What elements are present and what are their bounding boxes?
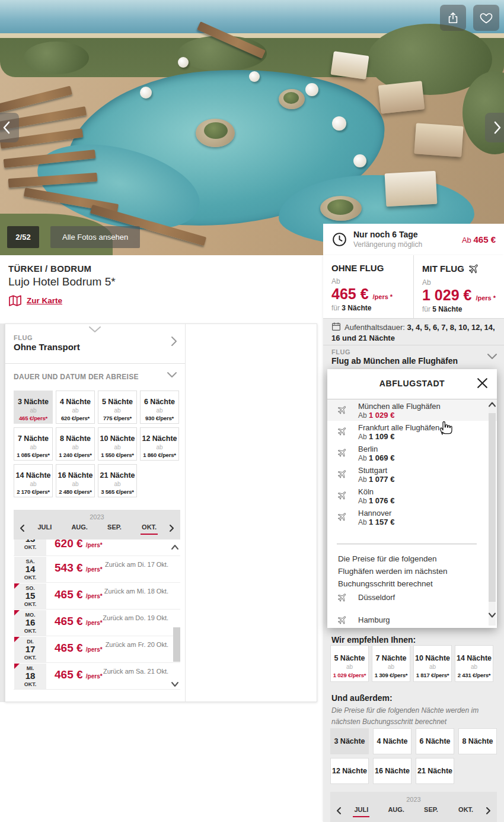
flight-selected-value[interactable]: Flug ab München alle Flughäfen bbox=[331, 356, 458, 366]
calendar-next-button[interactable] bbox=[167, 524, 177, 534]
urgency-price-value: 465 € bbox=[473, 234, 496, 245]
airport-row[interactable]: Köln Ab 1 076 € bbox=[327, 485, 497, 506]
night-option-button[interactable]: 4 Nächte ab 620 €/pers* bbox=[56, 391, 95, 424]
plane-icon bbox=[466, 261, 482, 277]
plane-icon bbox=[335, 612, 349, 627]
photo-counter: 2/52 bbox=[7, 226, 39, 248]
night-option-button[interactable]: 14 Nächte ab 2 170 €/pers* bbox=[14, 464, 53, 497]
recommend-option-button[interactable]: 10 Nächte ab 1 817 €/pers* bbox=[413, 645, 452, 682]
night-option-button[interactable]: 10 Nächte ab 1 550 €/pers* bbox=[98, 427, 137, 461]
date-row[interactable]: SO. 15 OKT. 465 € /pers* Zurück am Mi. 1… bbox=[14, 583, 180, 610]
month-tab-list: JULI AUG. SEP. OKT. bbox=[27, 523, 167, 535]
date-month: OKT. bbox=[14, 575, 46, 580]
calendar-year: 2023 bbox=[14, 510, 180, 521]
month-tab[interactable]: SEP. bbox=[97, 523, 132, 535]
calendar-icon bbox=[331, 322, 341, 331]
airport-row[interactable]: Hannover Ab 1 157 € bbox=[327, 506, 497, 528]
airport-row[interactable]: Frankfurt alle Flughäfen Ab 1 109 € bbox=[327, 421, 497, 442]
map-link-row: Zur Karte bbox=[8, 295, 62, 306]
urgency-price: Ab 465 € bbox=[462, 234, 496, 245]
scrollbar-thumb[interactable] bbox=[173, 627, 180, 662]
night-option-price: 2 480 €/pers* bbox=[56, 488, 94, 495]
additional-options: 3 Nächte 4 Nächte 6 Nächte 8 Nächte 12 N… bbox=[330, 728, 501, 784]
recommend-option-price: 2 431 €/pers* bbox=[455, 672, 493, 678]
calendar-next-button[interactable] bbox=[483, 807, 493, 817]
month-tab[interactable]: SEP. bbox=[414, 806, 449, 817]
night-option-price: 1 860 €/pers* bbox=[141, 452, 178, 458]
night-option-button[interactable]: 5 Nächte ab 775 €/pers* bbox=[98, 391, 137, 424]
modal-close-button[interactable] bbox=[476, 377, 489, 391]
additional-option-button[interactable]: 21 Nächte bbox=[416, 758, 454, 784]
month-tab[interactable]: AUG. bbox=[379, 806, 414, 817]
flight-section-label: FLUG bbox=[331, 348, 350, 356]
additional-option-button[interactable]: 16 Nächte bbox=[373, 758, 412, 784]
night-option-button[interactable]: 7 Nächte ab 1 085 €/pers* bbox=[14, 427, 53, 461]
night-option-button[interactable]: 8 Nächte ab 1 240 €/pers* bbox=[56, 427, 95, 461]
card-divider bbox=[185, 324, 186, 702]
airport-row[interactable]: Berlin Ab 1 069 € bbox=[327, 442, 497, 464]
transport-selected-value[interactable]: Ohne Transport bbox=[14, 342, 80, 352]
breadcrumb-location: TÜRKEI / BODRUM bbox=[8, 264, 91, 274]
month-tab-label: JULI bbox=[353, 806, 369, 817]
additional-option-button[interactable]: 8 Nächte bbox=[458, 728, 497, 754]
modal-scroll-up-button[interactable] bbox=[488, 401, 496, 410]
airport-price: Ab 1 157 € bbox=[358, 518, 394, 526]
photo-prev-button[interactable] bbox=[0, 113, 19, 142]
recommend-option-button[interactable]: 5 Nächte ab 1 029 €/pers* bbox=[330, 645, 369, 682]
month-tab[interactable]: AUG. bbox=[62, 523, 97, 535]
additional-option-button[interactable]: 12 Nächte bbox=[330, 758, 369, 784]
date-day: 18 bbox=[14, 671, 46, 681]
favorite-button[interactable] bbox=[473, 5, 499, 31]
recommend-option-price: 1 309 €/pers* bbox=[372, 672, 410, 678]
modal-note: Die Preise für die folgenden Flughäfen w… bbox=[338, 553, 472, 591]
all-photos-button[interactable]: Alle Fotos ansehen bbox=[50, 226, 140, 248]
night-option-button[interactable]: 21 Nächte ab 3 565 €/pers* bbox=[98, 464, 137, 497]
night-option-button[interactable]: 3 Nächte ab 465 €/pers* bbox=[14, 391, 53, 424]
airport-row[interactable]: Stuttgart Ab 1 077 € bbox=[327, 464, 497, 485]
date-row[interactable]: SA. 14 OKT. 543 € /pers* Zurück am Di. 1… bbox=[14, 556, 180, 583]
additional-option-button[interactable]: 4 Nächte bbox=[373, 728, 412, 754]
chevron-up-icon bbox=[488, 401, 496, 408]
photo-next-button[interactable] bbox=[485, 113, 504, 142]
date-row[interactable]: MI. 18 OKT. 465 € /pers* Zurück am Sa. 2… bbox=[14, 663, 180, 690]
date-row[interactable]: MO. 16 OKT. 465 € /pers* Zurück am Do. 1… bbox=[14, 610, 180, 636]
night-option-price: 1 550 €/pers* bbox=[98, 452, 136, 458]
airport-row-other[interactable]: Düsseldorf bbox=[337, 592, 395, 602]
date-row[interactable]: 13 OKT. 620 € /pers* bbox=[14, 539, 180, 556]
date-row[interactable]: DI. 17 OKT. 465 € /pers* Zurück am Fr. 2… bbox=[14, 636, 180, 663]
calendar-prev-button[interactable] bbox=[334, 807, 344, 817]
night-option-button[interactable]: 6 Nächte ab 930 €/pers* bbox=[140, 391, 179, 424]
airport-name: Frankfurt alle Flughäfen bbox=[358, 423, 439, 432]
deal-flag-icon bbox=[14, 637, 20, 642]
duration-collapse-button[interactable] bbox=[167, 371, 177, 380]
month-tab[interactable]: JULI bbox=[344, 806, 379, 817]
month-tab-list: JULI AUG. SEP. OKT. bbox=[344, 806, 483, 817]
month-tab[interactable]: JULI bbox=[27, 523, 62, 535]
map-link[interactable]: Zur Karte bbox=[27, 296, 62, 305]
photo-decor-umbrella bbox=[305, 83, 318, 96]
date-price-value: 465 € bbox=[55, 615, 83, 627]
night-option-button[interactable]: 16 Nächte ab 2 480 €/pers* bbox=[56, 464, 95, 497]
month-tab[interactable]: OKT. bbox=[448, 806, 483, 817]
flight-collapse-button[interactable] bbox=[487, 353, 497, 361]
scroll-down-button[interactable] bbox=[171, 680, 179, 689]
recommend-option-button[interactable]: 7 Nächte ab 1 309 €/pers* bbox=[372, 645, 410, 682]
transport-open-button[interactable] bbox=[170, 336, 177, 348]
modal-scrollbar-thumb[interactable] bbox=[489, 413, 496, 602]
share-button[interactable] bbox=[440, 5, 466, 31]
night-option-button[interactable]: 12 Nächte ab 1 860 €/pers* bbox=[140, 427, 179, 461]
date-day: 15 bbox=[14, 591, 46, 601]
recommend-option-ab: ab bbox=[414, 662, 451, 672]
calendar-prev-button[interactable] bbox=[17, 524, 27, 534]
additional-option-button[interactable]: 3 Nächte bbox=[330, 728, 369, 754]
recommend-option-button[interactable]: 14 Nächte ab 2 431 €/pers* bbox=[455, 645, 493, 682]
date-price-value: 465 € bbox=[55, 588, 83, 601]
modal-scroll-down-button[interactable] bbox=[488, 611, 496, 620]
month-tab[interactable]: OKT. bbox=[132, 523, 167, 535]
airport-row[interactable]: München alle Flughäfen Ab 1 029 € bbox=[327, 399, 497, 421]
airport-row-other[interactable]: Hamburg bbox=[337, 615, 390, 625]
additional-option-button[interactable]: 6 Nächte bbox=[416, 728, 454, 754]
modal-scrollbar-track[interactable] bbox=[489, 400, 496, 626]
scroll-up-button[interactable] bbox=[171, 543, 179, 552]
photo-actions bbox=[440, 5, 499, 31]
